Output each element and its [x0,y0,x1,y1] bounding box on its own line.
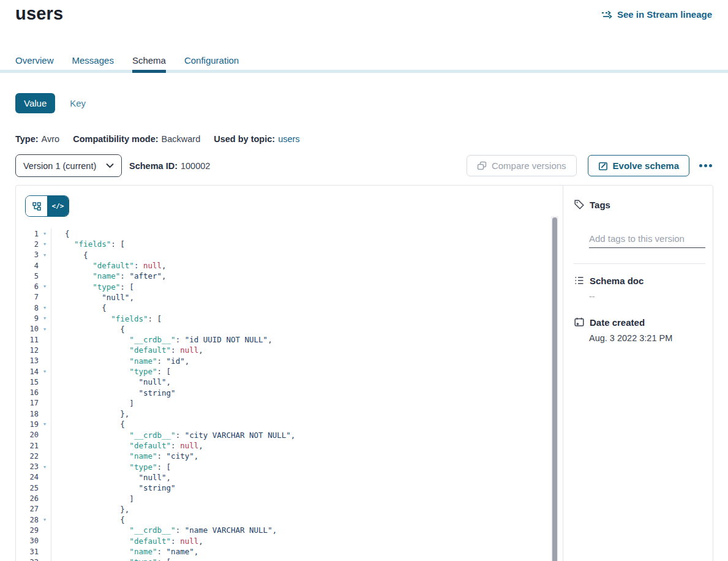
fold-arrow-icon[interactable]: ▾ [39,281,51,292]
fold-arrow-icon[interactable]: ▾ [39,313,51,323]
compare-versions-label: Compare versions [492,160,566,171]
active-tab-underline [132,70,166,73]
line-number: 7 [16,293,39,301]
code-text: "default": null, [51,440,544,451]
code-line: 25 "string" [16,483,544,493]
tags-heading: Tags [590,200,610,210]
evolve-schema-icon [598,161,608,171]
add-tags-input[interactable] [589,232,705,248]
dot-icon [709,164,712,167]
code-line: 22 "name": "city", [16,451,544,461]
code-line: 1▾{ [16,228,544,239]
tags-section: Tags [563,199,713,210]
line-number: 21 [16,442,39,450]
code-line: 32▾ "type": [ [16,557,544,561]
code-text: ] [51,493,544,503]
fold-arrow-icon[interactable]: ▾ [39,239,51,249]
code-text: "type": [ [51,366,544,377]
schema-meta-row: Type: Avro Compatibility mode: Backward … [15,134,300,144]
fold-arrow-icon[interactable]: ▾ [39,228,51,239]
tree-view-icon [32,201,42,211]
fold-arrow-icon[interactable]: ▾ [39,324,51,334]
stream-lineage-link[interactable]: See in Stream lineage [601,9,712,20]
code-text: "fields": [ [51,313,544,323]
line-number: 9 [16,314,39,323]
code-line: 4 "default": null, [16,260,544,271]
schema-id-value: 100002 [181,161,210,171]
compatibility-mode-value: Backward [162,134,201,144]
tab-configuration[interactable]: Configuration [184,55,239,72]
fold-arrow-icon[interactable]: ▾ [39,250,51,260]
line-number: 19 [16,420,39,429]
editor-scrollbar-thumb[interactable] [552,217,557,561]
fold-arrow-icon[interactable]: ▾ [39,514,51,525]
code-text: { [51,250,544,260]
editor-view-toggle: </> [25,195,69,217]
stream-lineage-icon [601,10,613,19]
code-text: "string" [51,483,544,493]
tab-underline-track [0,70,728,73]
code-line: 3▾ { [16,250,544,260]
type-label: Type: [15,134,39,144]
tab-overview[interactable]: Overview [15,55,54,72]
tab-schema[interactable]: Schema [132,55,166,72]
compare-versions-button[interactable]: Compare versions [467,155,577,176]
fold-arrow-icon[interactable]: ▾ [39,419,51,429]
editor-scrollbar[interactable] [551,216,558,561]
fold-arrow-icon[interactable]: ▾ [39,303,51,313]
type-value: Avro [42,134,60,144]
line-number: 29 [16,526,39,535]
code-text: "type": [ [51,557,544,561]
fold-arrow-icon[interactable]: ▾ [39,557,51,561]
fold-arrow-icon[interactable]: ▾ [39,462,51,472]
code-line: 2▾ "fields": [ [16,239,544,249]
evolve-schema-button[interactable]: Evolve schema [588,155,689,176]
version-select-value: Version 1 (current) [23,161,106,171]
code-line: 30 "default": null, [16,536,544,546]
code-line: 7 "null", [16,292,544,303]
line-number: 8 [16,304,39,312]
code-line: 11 "__crdb__": "id UUID NOT NULL", [16,334,544,345]
line-number: 30 [16,537,39,545]
code-text: "string" [51,387,544,397]
more-options-button[interactable] [698,160,713,171]
code-text: { [51,514,544,525]
code-text: "null", [51,377,544,387]
date-created-heading: Date created [590,317,645,328]
schema-doc-value: -- [563,292,713,301]
code-text: "name": "id", [51,356,544,366]
line-number: 17 [16,399,39,407]
line-number: 26 [16,494,39,503]
code-text: { [51,324,544,334]
evolve-schema-label: Evolve schema [613,160,679,171]
code-text: "__crdb__": "id UUID NOT NULL", [51,334,544,345]
schema-info-sidebar: Tags Schema doc -- [563,186,713,561]
code-line: 21 "default": null, [16,440,544,451]
line-number: 11 [16,336,39,344]
line-number: 12 [16,346,39,355]
code-view-button[interactable]: </> [47,196,69,216]
value-toggle-button[interactable]: Value [15,93,55,113]
code-text: "name": "after", [51,271,544,281]
tree-view-button[interactable] [26,196,47,216]
code-lines[interactable]: 1▾{2▾ "fields": [3▾ {4 "default": null,5… [16,228,544,561]
code-line: 29 "__crdb__": "name VARCHAR NULL", [16,525,544,535]
compatibility-mode-label: Compatibility mode: [73,134,158,144]
line-number: 6 [16,282,39,291]
code-text: "default": null, [51,260,544,271]
line-number: 25 [16,484,39,492]
line-number: 13 [16,356,39,365]
date-created-section: Date created Aug. 3 2022 3:21 PM [563,317,713,343]
tab-messages[interactable]: Messages [72,55,114,72]
key-toggle-button[interactable]: Key [70,98,86,108]
version-select[interactable]: Version 1 (current) [15,154,122,177]
code-line: 6▾ "type": [ [16,281,544,292]
line-number: 1 [16,230,39,238]
stream-lineage-label: See in Stream lineage [617,9,712,20]
code-text: { [51,228,544,239]
code-view-icon: </> [52,202,64,210]
code-text: }, [51,409,544,419]
date-created-icon [574,317,585,328]
fold-arrow-icon[interactable]: ▾ [39,366,51,377]
used-by-topic-link[interactable]: users [278,134,299,144]
